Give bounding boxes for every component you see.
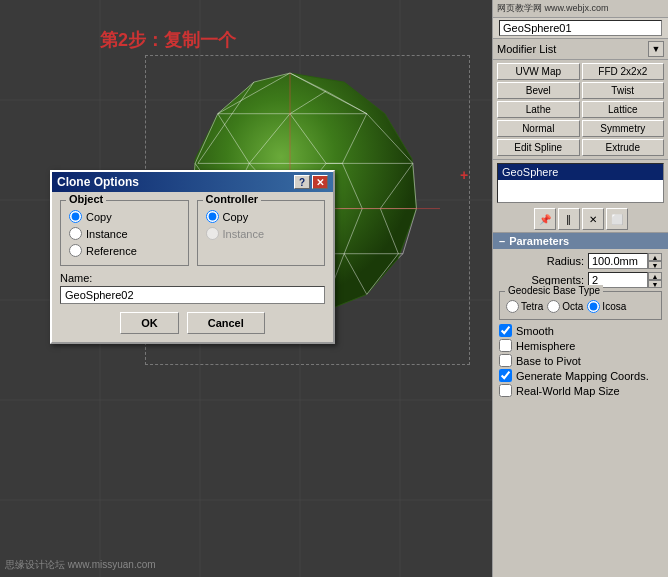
segments-spinner: ▲ ▼ bbox=[648, 272, 662, 288]
segments-up[interactable]: ▲ bbox=[648, 272, 662, 280]
hemisphere-label: Hemisphere bbox=[516, 340, 575, 352]
controller-group: Controller Copy Instance bbox=[197, 200, 326, 266]
extrude-button[interactable]: Extrude bbox=[582, 139, 665, 156]
help-button[interactable]: ? bbox=[294, 175, 310, 189]
dialog-title: Clone Options bbox=[57, 175, 139, 189]
radius-spinner: ▲ ▼ bbox=[648, 253, 662, 269]
object-group-label: Object bbox=[66, 193, 106, 205]
real-world-checkbox-row[interactable]: Real-World Map Size bbox=[499, 384, 662, 397]
object-reference-option[interactable]: Reference bbox=[69, 244, 180, 257]
real-world-checkbox[interactable] bbox=[499, 384, 512, 397]
smooth-label: Smooth bbox=[516, 325, 554, 337]
stack-btn-show[interactable]: ‖ bbox=[558, 208, 580, 230]
parameters-title: Parameters bbox=[509, 235, 569, 247]
logo-text: 网页教学网 www.webjx.com bbox=[497, 2, 609, 15]
uvw-map-button[interactable]: UVW Map bbox=[497, 63, 580, 80]
controller-group-label: Controller bbox=[203, 193, 262, 205]
name-label: Name: bbox=[60, 272, 325, 284]
geodesic-options: Tetra Octa Icosa bbox=[506, 300, 655, 313]
symmetry-button[interactable]: Symmetry bbox=[582, 120, 665, 137]
dialog-title-buttons: ? ✕ bbox=[294, 175, 328, 189]
topbar: 网页教学网 www.webjx.com bbox=[493, 0, 668, 18]
step-instruction: 第2步：复制一个 bbox=[100, 28, 236, 52]
close-button[interactable]: ✕ bbox=[312, 175, 328, 189]
lathe-button[interactable]: Lathe bbox=[497, 101, 580, 118]
hemisphere-checkbox-row[interactable]: Hemisphere bbox=[499, 339, 662, 352]
parameters-header: – Parameters bbox=[493, 233, 668, 249]
dialog-content: Object Copy Instance Reference Controlle… bbox=[52, 192, 333, 342]
radius-up[interactable]: ▲ bbox=[648, 253, 662, 261]
right-panel: 网页教学网 www.webjx.com Modifier List ▼ UVW … bbox=[492, 0, 668, 577]
base-to-pivot-checkbox[interactable] bbox=[499, 354, 512, 367]
modifier-list-dropdown[interactable]: ▼ bbox=[648, 41, 664, 57]
object-instance-option[interactable]: Instance bbox=[69, 227, 180, 240]
object-name-row bbox=[493, 18, 668, 39]
radius-row: Radius: ▲ ▼ bbox=[499, 253, 662, 269]
geodesic-icosa[interactable]: Icosa bbox=[587, 300, 626, 313]
real-world-label: Real-World Map Size bbox=[516, 385, 620, 397]
stack-btn-pin[interactable]: 📌 bbox=[534, 208, 556, 230]
cancel-button[interactable]: Cancel bbox=[187, 312, 265, 334]
smooth-checkbox-row[interactable]: Smooth bbox=[499, 324, 662, 337]
modifier-stack[interactable]: GeoSphere bbox=[497, 163, 664, 203]
edit-spline-button[interactable]: Edit Spline bbox=[497, 139, 580, 156]
smooth-checkbox[interactable] bbox=[499, 324, 512, 337]
name-section: Name: bbox=[60, 272, 325, 304]
object-copy-option[interactable]: Copy bbox=[69, 210, 180, 223]
geodesic-group: Geodesic Base Type Tetra Octa Icosa bbox=[499, 291, 662, 320]
gen-mapping-label: Generate Mapping Coords. bbox=[516, 370, 649, 382]
controller-instance-option[interactable]: Instance bbox=[206, 227, 317, 240]
twist-button[interactable]: Twist bbox=[582, 82, 665, 99]
3d-viewport: + 第2步：复制一个 Clone Options ? ✕ Object Copy… bbox=[0, 0, 492, 577]
gen-mapping-checkbox-row[interactable]: Generate Mapping Coords. bbox=[499, 369, 662, 382]
radius-input[interactable] bbox=[588, 253, 648, 269]
object-name-input[interactable] bbox=[499, 20, 662, 36]
geodesic-label: Geodesic Base Type bbox=[505, 285, 603, 296]
segments-down[interactable]: ▼ bbox=[648, 280, 662, 288]
dialog-titlebar: Clone Options ? ✕ bbox=[52, 172, 333, 192]
geodesic-octa[interactable]: Octa bbox=[547, 300, 583, 313]
clone-options-dialog: Clone Options ? ✕ Object Copy Instance bbox=[50, 170, 335, 344]
gen-mapping-checkbox[interactable] bbox=[499, 369, 512, 382]
stack-item-geosphere[interactable]: GeoSphere bbox=[498, 164, 663, 180]
modifier-list-row: Modifier List ▼ bbox=[493, 39, 668, 60]
modifier-list-label: Modifier List bbox=[497, 43, 648, 55]
stack-btn-copy[interactable]: ⬜ bbox=[606, 208, 628, 230]
normal-button[interactable]: Normal bbox=[497, 120, 580, 137]
lattice-button[interactable]: Lattice bbox=[582, 101, 665, 118]
ffd-button[interactable]: FFD 2x2x2 bbox=[582, 63, 665, 80]
base-to-pivot-label: Base to Pivot bbox=[516, 355, 581, 367]
watermark: 思缘设计论坛 www.missyuan.com bbox=[5, 558, 156, 572]
ok-button[interactable]: OK bbox=[120, 312, 179, 334]
dialog-buttons: OK Cancel bbox=[60, 312, 325, 334]
modifier-buttons-grid: UVW Map FFD 2x2x2 Bevel Twist Lathe Latt… bbox=[493, 60, 668, 160]
parameters-collapse[interactable]: – bbox=[499, 235, 505, 247]
parameters-content: Radius: ▲ ▼ Segments: ▲ ▼ Geodesic bbox=[493, 249, 668, 577]
name-input[interactable] bbox=[60, 286, 325, 304]
geodesic-tetra[interactable]: Tetra bbox=[506, 300, 543, 313]
bevel-button[interactable]: Bevel bbox=[497, 82, 580, 99]
dialog-groups-row: Object Copy Instance Reference Controlle… bbox=[60, 200, 325, 266]
controller-copy-option[interactable]: Copy bbox=[206, 210, 317, 223]
base-to-pivot-checkbox-row[interactable]: Base to Pivot bbox=[499, 354, 662, 367]
object-group: Object Copy Instance Reference bbox=[60, 200, 189, 266]
radius-input-group: ▲ ▼ bbox=[588, 253, 662, 269]
stack-btn-remove[interactable]: ✕ bbox=[582, 208, 604, 230]
radius-down[interactable]: ▼ bbox=[648, 261, 662, 269]
hemisphere-checkbox[interactable] bbox=[499, 339, 512, 352]
stack-toolbar: 📌 ‖ ✕ ⬜ bbox=[493, 206, 668, 233]
radius-label: Radius: bbox=[499, 255, 588, 267]
